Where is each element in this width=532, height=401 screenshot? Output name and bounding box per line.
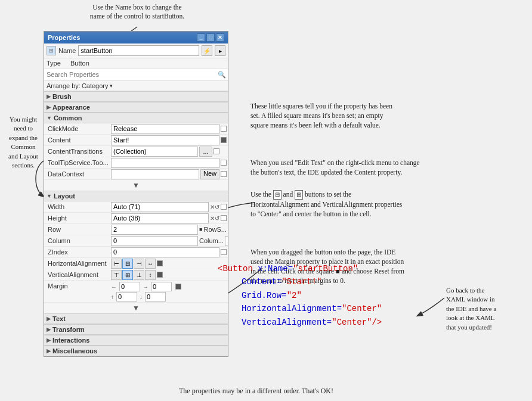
valign-bottom-btn[interactable]: ⊥	[134, 270, 144, 280]
type-row: Type Button	[44, 58, 228, 69]
xaml-gridrow-attr: Grid.Row=	[242, 291, 287, 300]
text-section-label: Text	[52, 315, 66, 322]
panel-titlebar: Properties _ □ ✕	[44, 32, 228, 43]
xaml-line1: <Button x:Name="startButton"	[218, 262, 382, 275]
common-section-header[interactable]: ▼ Common	[44, 113, 228, 123]
common-section-label: Common	[54, 114, 82, 122]
tooltip-label: ToolTipService.Too...	[45, 158, 111, 167]
brush-section-header[interactable]: ▶ Brush	[44, 91, 228, 102]
halign-left-btn[interactable]: ⊢	[111, 259, 122, 269]
row-input[interactable]	[111, 225, 198, 235]
contenttransitions-value-area: ...	[111, 147, 227, 157]
margin-down-arrow: ↓	[140, 294, 143, 300]
content-square[interactable]	[221, 137, 227, 143]
close-button[interactable]: ✕	[216, 33, 224, 42]
transform-section-header[interactable]: ▶ Transform	[44, 324, 228, 335]
arrange-dropdown[interactable]: Category	[82, 82, 109, 89]
clickmode-value-area	[111, 124, 227, 134]
align-callout-and: and	[283, 191, 295, 198]
layout-section-header[interactable]: ▼ Layout	[44, 191, 228, 201]
maximize-button[interactable]: □	[206, 33, 215, 42]
tooltip-input[interactable]	[111, 158, 219, 168]
align-icon-h: ⊟	[273, 190, 282, 200]
height-square[interactable]	[221, 215, 227, 221]
row-square-indicator: ■	[199, 226, 202, 232]
width-input[interactable]	[111, 202, 209, 212]
content-value-area	[111, 135, 227, 145]
datacontext-new-btn[interactable]: New	[200, 169, 219, 179]
column-input[interactable]	[111, 236, 198, 246]
clickmode-input[interactable]	[111, 124, 219, 134]
halign-label: HorizontalAlignment	[45, 259, 111, 268]
datacontext-input[interactable]	[111, 169, 199, 179]
transform-arrow-icon: ▶	[47, 327, 51, 332]
zindex-input[interactable]	[111, 247, 219, 257]
halign-stretch-btn[interactable]: ↔	[145, 259, 156, 269]
content-input[interactable]	[111, 135, 219, 145]
appearance-arrow-icon: ▶	[47, 104, 51, 110]
halign-square[interactable]	[157, 260, 163, 266]
datacontext-square[interactable]	[221, 171, 227, 177]
xaml-gridrow-val: "2"	[287, 291, 302, 300]
height-input[interactable]	[111, 213, 209, 223]
right-align-callout: Use the ⊟ and ⊞ buttons to set theHorizo…	[250, 189, 513, 219]
halign-value-area: ⊢ ⊟ ⊣ ↔	[111, 259, 227, 269]
search-icon[interactable]: 🔍	[216, 69, 228, 80]
xaml-line3: Grid.Row="2"	[218, 289, 382, 302]
contenttransitions-input[interactable]	[111, 147, 198, 157]
name-input[interactable]	[78, 45, 199, 56]
margin-top-input[interactable]	[116, 292, 137, 301]
valign-square[interactable]	[157, 272, 163, 278]
tooltip-square[interactable]	[221, 160, 227, 166]
row-label: Row	[45, 225, 111, 234]
clickmode-square[interactable]	[221, 126, 227, 132]
width-square[interactable]	[221, 204, 227, 210]
name-row: ⊞ Name ⚡ ▸	[44, 43, 228, 58]
text-section-header[interactable]: ▶ Text	[44, 313, 228, 324]
name-action-btn2[interactable]: ▸	[215, 45, 225, 56]
zindex-value-area	[111, 247, 227, 257]
margin-right-arrow: →	[143, 284, 149, 290]
valign-center-btn[interactable]: ⊞	[122, 270, 133, 280]
margin-square[interactable]	[175, 284, 181, 290]
properties-panel: Properties _ □ ✕ ⊞ Name ⚡ ▸ Type Button …	[44, 31, 228, 357]
zindex-label: ZIndex	[45, 248, 111, 256]
halign-center-btn[interactable]: ⊟	[122, 259, 133, 269]
contenttransitions-row: ContentTransitions ...	[44, 146, 228, 157]
zindex-square[interactable]	[221, 249, 227, 255]
valign-top-btn[interactable]: ⊤	[111, 270, 122, 280]
valign-stretch-btn[interactable]: ↕	[145, 270, 156, 280]
width-label: Width	[45, 203, 111, 211]
datacontext-label: DataContext	[45, 170, 111, 178]
minimize-button[interactable]: _	[197, 33, 205, 42]
margin-top-row: ← →	[111, 282, 227, 291]
layout-chevron-down: ▼	[44, 303, 228, 313]
arrange-arrow: ▾	[110, 83, 113, 89]
xaml-block: <Button x:Name="startButton" Content="St…	[218, 262, 382, 329]
margin-bottom-row: ↑ ↓	[111, 292, 227, 301]
valign-label: VerticalAlignment	[45, 271, 111, 279]
search-input[interactable]	[44, 70, 216, 79]
interactions-section-header[interactable]: ▶ Interactions	[44, 335, 228, 346]
width-row: Width ✕↺	[44, 201, 228, 213]
contenttransitions-ellipsis[interactable]: ...	[199, 147, 212, 157]
halign-right-btn[interactable]: ⊣	[134, 259, 144, 269]
xaml-name-attr: x:Name=	[258, 264, 293, 273]
interactions-arrow-icon: ▶	[47, 337, 51, 343]
datacontext-value-area: New	[111, 169, 227, 179]
interactions-section-label: Interactions	[52, 337, 89, 344]
rowspan-label: RowS...	[203, 226, 227, 233]
titlebar-buttons: _ □ ✕	[197, 33, 224, 42]
margin-right-input[interactable]	[151, 282, 172, 291]
columndef-input[interactable]	[225, 236, 228, 246]
name-action-btn1[interactable]: ⚡	[202, 45, 212, 56]
miscellaneous-section-header[interactable]: ▶ Miscellaneous	[44, 346, 228, 356]
common-arrow-icon: ▼	[47, 115, 52, 121]
panel-content: ▶ Brush ▶ Appearance ▼ Common ClickMode …	[44, 91, 228, 356]
margin-bottom-input[interactable]	[145, 292, 166, 301]
align-callout-text: Use the	[250, 191, 273, 198]
margin-left-input[interactable]	[119, 282, 140, 291]
margin-up-arrow: ↑	[111, 294, 114, 300]
appearance-section-header[interactable]: ▶ Appearance	[44, 102, 228, 113]
contenttransitions-square[interactable]	[214, 148, 219, 154]
